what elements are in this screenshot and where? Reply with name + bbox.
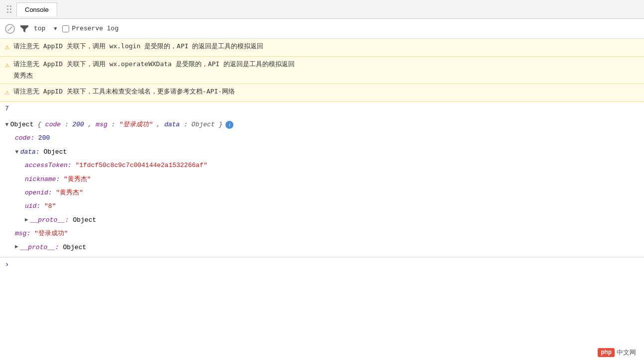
warning-icon: ⚠ [5, 42, 9, 54]
number-output: 7 [5, 103, 9, 114]
outer-proto-key: __proto__: [20, 242, 59, 253]
source-dropdown-arrow[interactable]: ▼ [54, 26, 57, 32]
preserve-log-checkbox[interactable] [62, 25, 69, 32]
object-toggle[interactable]: ▶ [1, 123, 11, 126]
data-key: data: [20, 146, 40, 158]
plain-output-1: 黄秀杰 [13, 70, 295, 81]
obj-code-key: code [45, 121, 61, 128]
openid-row: openid: "黄秀杰" [0, 186, 644, 199]
watermark: php 中文网 [598, 348, 636, 357]
watermark-text: 中文网 [617, 348, 636, 357]
uid-value: "8" [44, 200, 56, 212]
command-input-row: › [0, 257, 644, 272]
inner-proto-type: Object [73, 214, 96, 226]
clear-console-icon[interactable] [5, 24, 15, 34]
preserve-log-label: Preserve log [72, 25, 119, 32]
data-type: Object [43, 146, 67, 158]
warning-row-3: ⚠ 请注意无 AppID 关联下，工具未检查安全域名，更多请参考文档-API-网… [0, 84, 644, 102]
preserve-log-option: Preserve log [62, 25, 119, 32]
object-section: ▶ Object { code : 200 , msg : "登录成功" , d… [0, 115, 644, 257]
uid-row: uid: "8" [0, 199, 644, 213]
drag-handle[interactable] [4, 2, 14, 16]
inner-proto-row[interactable]: ▶ __proto__: Object [0, 213, 644, 227]
source-selector: top [34, 25, 49, 32]
inner-proto-key: __proto__: [30, 214, 69, 226]
object-summary-row[interactable]: ▶ Object { code : 200 , msg : "登录成功" , d… [0, 118, 644, 131]
warning-icon-3: ⚠ [5, 87, 9, 99]
nickname-row: nickname: "黄秀杰" [0, 173, 644, 186]
nickname-value: "黄秀杰" [64, 174, 91, 185]
filter-bar: top ▼ Preserve log [0, 19, 644, 39]
obj-code-val: 200 [73, 121, 84, 128]
top-bar: Console [0, 0, 644, 19]
access-token-value: "1fdcf50c8c9c7c004144e2a1532266af" [75, 160, 207, 171]
warning-row-2: ⚠ 请注意无 AppID 关联下，调用 wx.operateWXData 是受限… [0, 57, 644, 84]
data-property-row[interactable]: ▶ data: Object [0, 145, 644, 159]
warning-text-1: 请注意无 AppID 关联下，调用 wx.login 是受限的，API 的返回是… [13, 41, 263, 52]
code-value: 200 [38, 132, 50, 144]
outer-proto-type: Object [63, 242, 86, 253]
warning-row: ⚠ 请注意无 AppID 关联下，调用 wx.login 是受限的，API 的返… [0, 39, 644, 57]
obj-msg-key: msg [96, 121, 107, 128]
uid-key: uid: [25, 200, 40, 212]
warning-icon-2: ⚠ [5, 60, 9, 72]
access-token-row: accessToken: "1fdcf50c8c9c7c004144e2a153… [0, 159, 644, 172]
data-toggle[interactable]: ▶ [11, 150, 21, 154]
outer-proto-toggle[interactable]: ▶ [15, 242, 18, 252]
outer-proto-row[interactable]: ▶ __proto__: Object [0, 241, 644, 254]
obj-data-type: Object [192, 121, 215, 128]
filter-icon[interactable] [20, 24, 29, 33]
warning-text-2: 请注意无 AppID 关联下，调用 wx.operateWXData 是受限的，… [13, 59, 295, 70]
info-icon[interactable]: i [225, 121, 233, 129]
object-keyword: Object [10, 121, 38, 128]
msg-value: "登录成功" [34, 228, 68, 239]
watermark-badge: php [598, 348, 615, 357]
openid-value: "黄秀杰" [56, 187, 83, 198]
nickname-key: nickname: [25, 174, 60, 185]
msg-row: msg: "登录成功" [0, 227, 644, 240]
msg-key: msg: [15, 228, 30, 239]
code-property-row: code: 200 [0, 131, 644, 145]
code-key: code: [15, 132, 34, 144]
inner-proto-toggle[interactable]: ▶ [25, 215, 28, 225]
console-tab[interactable]: Console [16, 2, 57, 16]
warning-text-3: 请注意无 AppID 关联下，工具未检查安全域名，更多请参考文档-API-网络 [13, 87, 235, 97]
access-token-key: accessToken: [25, 160, 72, 171]
console-content: ⚠ 请注意无 AppID 关联下，调用 wx.login 是受限的，API 的返… [0, 39, 644, 363]
obj-msg-val: "登录成功" [119, 121, 153, 128]
chevron-right-icon: › [5, 261, 9, 269]
openid-key: openid: [25, 187, 52, 198]
obj-data-key: data [164, 121, 180, 128]
number-output-row: 7 [0, 102, 644, 115]
